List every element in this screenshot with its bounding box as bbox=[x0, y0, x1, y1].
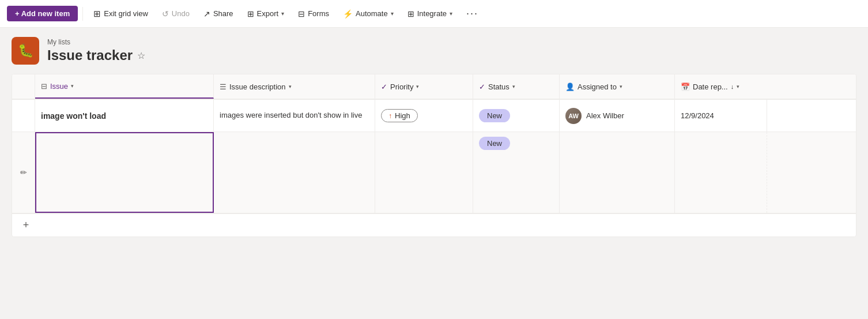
new-assigned-cell[interactable] bbox=[560, 132, 675, 213]
col-header-issue-label: Issue bbox=[50, 82, 68, 91]
status-cell-1[interactable]: New bbox=[473, 100, 560, 132]
date-cell-1[interactable]: 12/9/2024 bbox=[675, 100, 767, 132]
priority-badge-1: ↑ High bbox=[381, 109, 418, 122]
grid-container: ⊟ Issue ▾ ☰ Issue description ▾ ✓ Priori… bbox=[12, 74, 856, 237]
page-title-row: Issue tracker ☆ bbox=[47, 47, 145, 63]
page-title: Issue tracker bbox=[47, 47, 133, 63]
integrate-chevron: ▾ bbox=[450, 10, 452, 17]
bug-icon: 🐛 bbox=[18, 43, 33, 58]
priority-col-icon: ✓ bbox=[381, 82, 387, 91]
integrate-icon: ⊞ bbox=[407, 9, 414, 18]
col-header-priority-label: Priority bbox=[390, 82, 413, 91]
more-options-button[interactable]: ··· bbox=[461, 5, 484, 22]
issue-cell-1[interactable]: image won't load bbox=[35, 100, 214, 132]
pencil-icon: ✏ bbox=[20, 168, 27, 177]
page-header: 🐛 My lists Issue tracker ☆ bbox=[12, 37, 856, 65]
assigned-col-chevron: ▾ bbox=[620, 84, 622, 89]
desc-value-1: images were inserted but don't show in l… bbox=[220, 110, 362, 121]
new-expand-cell bbox=[767, 132, 784, 213]
new-issue-textarea[interactable] bbox=[42, 138, 207, 208]
export-label: Export bbox=[257, 9, 279, 18]
share-icon: ↗ bbox=[203, 9, 210, 18]
col-header-assigned-label: Assigned to bbox=[578, 82, 617, 91]
favorite-button[interactable]: ☆ bbox=[137, 50, 145, 61]
issue-value-1: image won't load bbox=[41, 111, 106, 121]
priority-col-chevron: ▾ bbox=[416, 84, 419, 89]
priority-value-1: High bbox=[395, 111, 410, 120]
grid-header: ⊟ Issue ▾ ☰ Issue description ▾ ✓ Priori… bbox=[12, 74, 856, 100]
exit-grid-label: Exit grid view bbox=[104, 9, 148, 18]
table-row-new: ✏ New bbox=[12, 132, 856, 213]
forms-label: Forms bbox=[308, 9, 329, 18]
date-col-chevron: ▾ bbox=[737, 84, 739, 89]
assigned-cell-1[interactable]: AW Alex Wilber bbox=[560, 100, 675, 132]
desc-col-icon: ☰ bbox=[220, 82, 227, 91]
desc-cell-1[interactable]: images were inserted but don't show in l… bbox=[214, 100, 375, 132]
exit-grid-view-button[interactable]: ⊞ Exit grid view bbox=[88, 6, 154, 22]
add-row: + bbox=[12, 213, 856, 237]
automate-icon: ⚡ bbox=[343, 9, 353, 18]
status-col-icon: ✓ bbox=[479, 82, 485, 91]
automate-chevron: ▾ bbox=[391, 10, 394, 17]
new-issue-input-cell[interactable] bbox=[35, 132, 214, 213]
new-status-badge: New bbox=[479, 137, 510, 150]
export-chevron: ▾ bbox=[281, 10, 284, 17]
page-title-area: My lists Issue tracker ☆ bbox=[47, 38, 145, 63]
col-header-description[interactable]: ☰ Issue description ▾ bbox=[214, 74, 375, 99]
date-sort-icon: ↓ bbox=[731, 83, 734, 90]
forms-button[interactable]: ⊟ Forms bbox=[292, 6, 335, 21]
toolbar: + Add new item ⊞ Exit grid view ↺ Undo ↗… bbox=[0, 0, 868, 28]
status-col-chevron: ▾ bbox=[512, 84, 515, 89]
issue-col-chevron: ▾ bbox=[71, 83, 74, 89]
assigned-col-icon: 👤 bbox=[565, 82, 575, 91]
row-action-col-1 bbox=[12, 100, 35, 132]
undo-icon: ↺ bbox=[162, 9, 169, 18]
export-button[interactable]: ⊞ Export ▾ bbox=[241, 6, 290, 21]
col-header-row-num bbox=[12, 74, 35, 99]
assignee-name-1: Alex Wilber bbox=[586, 111, 624, 120]
page: 🐛 My lists Issue tracker ☆ ⊟ Issue ▾ ☰ I… bbox=[0, 28, 868, 237]
avatar-img-1: AW bbox=[565, 108, 582, 124]
col-header-expand bbox=[767, 74, 784, 99]
integrate-label: Integrate bbox=[417, 9, 447, 18]
col-header-assigned[interactable]: 👤 Assigned to ▾ bbox=[560, 74, 675, 99]
date-col-icon: 📅 bbox=[681, 82, 690, 91]
undo-button[interactable]: ↺ Undo bbox=[156, 6, 195, 21]
col-header-status-label: Status bbox=[488, 82, 510, 91]
issue-col-icon: ⊟ bbox=[41, 82, 47, 91]
priority-up-icon: ↑ bbox=[388, 112, 392, 120]
col-header-desc-label: Issue description bbox=[229, 82, 286, 91]
add-row-button[interactable]: + bbox=[18, 217, 34, 234]
forms-icon: ⊟ bbox=[298, 9, 305, 18]
col-header-status[interactable]: ✓ Status ▾ bbox=[473, 74, 560, 99]
add-new-item-button[interactable]: + Add new item bbox=[7, 6, 78, 21]
status-badge-1: New bbox=[479, 109, 510, 122]
automate-button[interactable]: ⚡ Automate ▾ bbox=[337, 6, 399, 21]
assignee-1: AW Alex Wilber bbox=[565, 108, 624, 124]
export-icon: ⊞ bbox=[247, 9, 254, 18]
date-value-1: 12/9/2024 bbox=[681, 111, 714, 120]
share-button[interactable]: ↗ Share bbox=[198, 6, 239, 21]
avatar-1: AW bbox=[565, 108, 582, 124]
exit-grid-icon: ⊞ bbox=[93, 9, 101, 19]
separator-1 bbox=[82, 7, 83, 21]
priority-cell-1[interactable]: ↑ High bbox=[375, 100, 473, 132]
expand-cell-1 bbox=[767, 100, 784, 132]
new-desc-cell[interactable] bbox=[214, 132, 375, 213]
undo-label: Undo bbox=[172, 9, 190, 18]
breadcrumb: My lists bbox=[47, 38, 145, 46]
table-row: image won't load images were inserted bu… bbox=[12, 100, 856, 132]
row-edit-icon-col[interactable]: ✏ bbox=[12, 132, 35, 213]
col-header-date-label: Date rep... bbox=[693, 82, 728, 91]
new-priority-cell[interactable] bbox=[375, 132, 473, 213]
col-header-priority[interactable]: ✓ Priority ▾ bbox=[375, 74, 473, 99]
integrate-button[interactable]: ⊞ Integrate ▾ bbox=[402, 6, 458, 21]
app-icon: 🐛 bbox=[12, 37, 39, 65]
new-date-cell[interactable] bbox=[675, 132, 767, 213]
share-label: Share bbox=[213, 9, 233, 18]
col-header-date[interactable]: 📅 Date rep... ↓ ▾ bbox=[675, 74, 767, 99]
new-status-cell[interactable]: New bbox=[473, 132, 560, 213]
automate-label: Automate bbox=[356, 9, 388, 18]
desc-col-chevron: ▾ bbox=[289, 84, 292, 89]
col-header-issue[interactable]: ⊟ Issue ▾ bbox=[35, 74, 214, 99]
